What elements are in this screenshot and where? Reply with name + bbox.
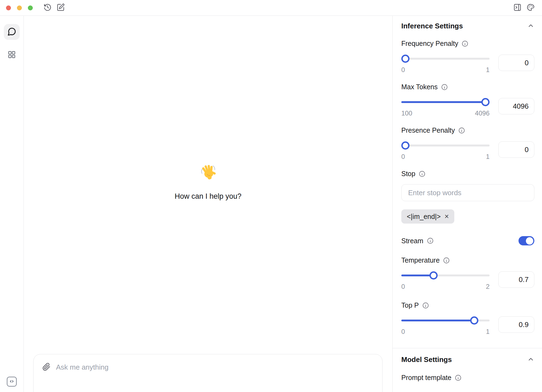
frequency-penalty-setting: Frequency Penalty 0 1 [401, 40, 534, 74]
app-window: How can I help you? Ask me anything [0, 0, 542, 392]
message-input[interactable]: Ask me anything [56, 363, 108, 372]
waving-hand-emoji [200, 177, 216, 182]
info-icon[interactable] [443, 257, 450, 264]
info-icon[interactable] [458, 127, 465, 134]
presence-penalty-input[interactable]: 0 [498, 141, 534, 158]
info-icon[interactable] [422, 302, 429, 309]
max-tokens-label: Max Tokens [401, 83, 438, 91]
stream-label: Stream [401, 237, 423, 245]
maximize-window-button[interactable] [28, 5, 33, 10]
info-icon[interactable] [461, 40, 469, 47]
close-window-button[interactable] [6, 5, 11, 10]
panel-right-icon [513, 3, 522, 12]
max-tokens-setting: Max Tokens 100 4096 [401, 83, 534, 117]
stop-word-text: <|im_end|> [407, 213, 441, 221]
chat-bubble-icon [7, 27, 16, 37]
paperclip-icon [42, 363, 51, 372]
slider-max-label: 2 [486, 283, 490, 290]
max-tokens-slider[interactable] [401, 98, 490, 106]
titlebar [0, 0, 542, 16]
model-settings-header[interactable]: Model Settings [401, 348, 534, 364]
toggle-right-panel-button[interactable] [512, 2, 523, 13]
max-tokens-input[interactable]: 4096 [498, 98, 534, 114]
history-button[interactable] [42, 2, 53, 13]
presence-penalty-setting: Presence Penalty 0 1 [401, 126, 534, 161]
chat-main: How can I help you? Ask me anything [24, 16, 392, 392]
local-api-server-button[interactable] [7, 377, 17, 387]
empty-state-greeting: How can I help you? [24, 164, 392, 201]
slider-handle[interactable] [470, 316, 478, 325]
temperature-input[interactable]: 0.7 [498, 271, 534, 288]
top-p-setting: Top P 0 1 [401, 301, 534, 335]
slider-handle[interactable] [429, 271, 438, 280]
nav-hub-button[interactable] [4, 47, 20, 63]
slider-handle[interactable] [481, 98, 490, 106]
temperature-setting: Temperature 0 2 [401, 256, 534, 290]
slider-min-label: 100 [401, 109, 412, 117]
prompt-template-setting: Prompt template [401, 374, 534, 382]
attach-file-button[interactable] [42, 363, 51, 372]
info-icon[interactable] [419, 170, 426, 177]
settings-panel: Inference Settings Frequency Penalty [392, 16, 542, 392]
top-p-label: Top P [401, 301, 419, 309]
model-settings-title: Model Settings [401, 355, 452, 364]
info-icon[interactable] [427, 237, 434, 244]
nav-chat-button[interactable] [4, 24, 20, 40]
info-icon[interactable] [441, 84, 448, 91]
slider-max-label: 1 [486, 66, 490, 74]
new-chat-icon [57, 3, 65, 12]
frequency-penalty-label: Frequency Penalty [401, 40, 458, 47]
stop-words-input[interactable]: Enter stop words [401, 184, 534, 201]
new-chat-button[interactable] [55, 2, 66, 13]
inference-settings-header[interactable]: Inference Settings [401, 16, 534, 30]
window-controls [6, 5, 33, 10]
chevron-up-icon[interactable] [527, 22, 534, 30]
presence-penalty-slider[interactable] [401, 141, 490, 150]
slider-min-label: 0 [401, 153, 405, 161]
slider-max-label: 4096 [475, 109, 490, 117]
slider-min-label: 0 [401, 66, 405, 74]
presence-penalty-label: Presence Penalty [401, 126, 455, 134]
top-p-slider[interactable] [401, 316, 490, 325]
left-sidebar [0, 16, 24, 392]
slider-handle[interactable] [401, 141, 410, 150]
top-p-input[interactable]: 0.9 [498, 316, 534, 333]
stream-setting: Stream [401, 236, 534, 245]
prompt-template-label: Prompt template [401, 374, 451, 382]
temperature-slider[interactable] [401, 271, 490, 280]
slider-min-label: 0 [401, 328, 405, 335]
remove-stop-word-button[interactable]: × [444, 213, 449, 220]
slider-min-label: 0 [401, 283, 405, 290]
stop-setting: Stop Enter stop words <|im_end|> × [401, 170, 534, 224]
stop-word-tag: <|im_end|> × [401, 209, 454, 224]
frequency-penalty-slider[interactable] [401, 55, 490, 63]
stop-label: Stop [401, 170, 415, 178]
chat-composer[interactable]: Ask me anything 0.14b [33, 354, 382, 392]
code-icon [9, 378, 15, 385]
info-icon[interactable] [455, 374, 462, 381]
frequency-penalty-input[interactable]: 0 [498, 55, 534, 71]
greeting-text: How can I help you? [24, 192, 392, 201]
inference-settings-title: Inference Settings [401, 22, 463, 30]
temperature-label: Temperature [401, 256, 440, 264]
history-icon [43, 3, 52, 12]
chevron-up-icon[interactable] [527, 356, 534, 364]
slider-handle[interactable] [401, 55, 410, 63]
grid-icon [7, 50, 16, 60]
minimize-window-button[interactable] [17, 5, 22, 10]
stop-words-placeholder: Enter stop words [408, 189, 461, 197]
stream-toggle[interactable] [519, 236, 534, 245]
slider-max-label: 1 [486, 153, 490, 161]
palette-icon [526, 3, 535, 12]
slider-max-label: 1 [486, 328, 490, 335]
theme-palette-button[interactable] [525, 2, 536, 13]
